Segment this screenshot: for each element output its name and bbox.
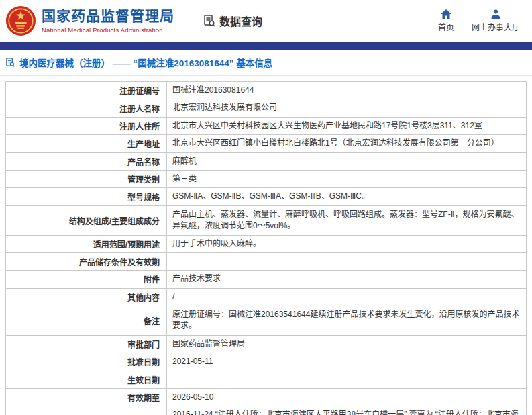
table-row: 有效期至2026-05-10 [6, 389, 527, 406]
table-row: 适用范围/预期用途用于手术中的吸入麻醉。 [6, 235, 527, 252]
table-row: 注册人住所北京市大兴区中关村科技园区大兴生物医药产业基地民和路17号院1号楼3层… [6, 117, 527, 134]
field-label: 产品储存条件及有效期 [6, 252, 167, 270]
field-value: GSM-ⅡA、GSM-ⅡB、GSM-ⅢA、GSM-ⅢB、GSM-ⅢC。 [167, 188, 527, 205]
field-label: 型号规格 [6, 188, 167, 205]
field-label: 附件 [6, 271, 167, 288]
field-value: 2016-11-24 “注册人住所：北京市海淀区太平路甲38号东白楼一层” 变更… [167, 406, 527, 415]
home-icon [441, 9, 451, 19]
info-table: 注册证编号国械注准20163081644注册人名称北京宏润达科技发展有限公司注册… [5, 81, 527, 415]
field-label: 适用范围/预期用途 [6, 235, 167, 252]
field-label: 注册证编号 [6, 82, 167, 99]
brand: 国家药品监督管理局 National Medical Products Admi… [5, 5, 174, 36]
field-value [167, 371, 527, 388]
field-label: 产品名称 [6, 152, 167, 170]
table-row: 其他内容/ [6, 288, 527, 306]
table-row: 批准日期2021-05-11 [6, 353, 527, 371]
field-value: 国械注准20163081644 [167, 82, 527, 99]
nav-service-hall-label: 网上办事大厅 [472, 21, 520, 32]
field-value: 产品由主机、蒸发器、流量计、麻醉呼吸机、呼吸回路组成。蒸发器：型号ZF-Ⅱ，规格… [167, 205, 527, 235]
nav-service-hall[interactable]: 网上办事大厅 [472, 9, 520, 32]
field-label: 管理类别 [6, 170, 167, 187]
document-search-icon [5, 57, 15, 68]
field-label: 其他内容 [6, 288, 167, 306]
field-value: 用于手术中的吸入麻醉。 [167, 235, 527, 252]
field-label: 变更情况 [6, 406, 167, 415]
field-label: 批准日期 [6, 353, 167, 371]
table-row: 变更情况2016-11-24 “注册人住所：北京市海淀区太平路甲38号东白楼一层… [6, 406, 527, 415]
agency-subtitle: National Medical Products Administration [42, 26, 174, 34]
field-label: 注册人名称 [6, 99, 167, 117]
table-row: 结构及组成/主要组成成分产品由主机、蒸发器、流量计、麻醉呼吸机、呼吸回路组成。蒸… [6, 205, 527, 235]
page-title: 境内医疗器械（注册） —— “国械注准20163081644” 基本信息 [19, 56, 272, 69]
top-nav: 首页 网上办事大厅 [438, 9, 523, 32]
field-label: 有效期至 [6, 389, 167, 406]
user-icon [491, 9, 500, 19]
table-row: 管理类别第三类 [6, 170, 527, 187]
field-value: 北京市大兴区中关村科技园区大兴生物医药产业基地民和路17号院1号楼3层311、3… [167, 117, 527, 134]
brand-text: 国家药品监督管理局 National Medical Products Admi… [42, 8, 174, 33]
table-row: 型号规格GSM-ⅡA、GSM-ⅡB、GSM-ⅢA、GSM-ⅢB、GSM-ⅢC。 [6, 188, 527, 205]
table-row: 审批部门国家药品监督管理局 [6, 335, 527, 353]
field-value: 2026-05-10 [167, 389, 527, 406]
field-label: 审批部门 [6, 335, 167, 353]
field-value: 北京宏润达科技发展有限公司 [167, 99, 527, 117]
field-label: 注册人住所 [6, 117, 167, 134]
table-wrap: 注册证编号国械注准20163081644注册人名称北京宏润达科技发展有限公司注册… [0, 76, 532, 415]
header-divider-bar [0, 42, 532, 50]
table-row: 生产地址北京市大兴区西红门镇小白楼村北白楼路北1号（北京宏润达科技发展有限公司第… [6, 135, 527, 152]
field-value: / [167, 288, 527, 306]
page-title-row: 境内医疗器械（注册） —— “国械注准20163081644” 基本信息 [0, 50, 532, 76]
table-row: 备注原注册证编号：国械注准20163541644延续注册产品技术要求未发生变化，… [6, 306, 527, 336]
field-value: 原注册证编号：国械注准20163541644延续注册产品技术要求未发生变化，沿用… [167, 306, 527, 336]
field-label: 生效日期 [6, 371, 167, 388]
table-row: 注册证编号国械注准20163081644 [6, 82, 527, 99]
table-row: 附件产品技术要求 [6, 271, 527, 288]
field-label: 备注 [6, 306, 167, 336]
field-value [167, 252, 527, 270]
field-label: 生产地址 [6, 135, 167, 152]
table-row: 生效日期 [6, 371, 527, 388]
table-row: 产品名称麻醉机 [6, 152, 527, 170]
data-query-icon [203, 14, 216, 28]
field-value: 麻醉机 [167, 152, 527, 170]
nmpa-logo [5, 5, 36, 36]
data-query-section: 数据查询 [203, 13, 262, 29]
nav-home-label: 首页 [438, 21, 454, 32]
nav-home[interactable]: 首页 [438, 9, 454, 32]
field-label: 结构及组成/主要组成成分 [6, 205, 167, 235]
field-value: 产品技术要求 [167, 271, 527, 288]
field-value: 北京市大兴区西红门镇小白楼村北白楼路北1号（北京宏润达科技发展有限公司第一分公司… [167, 135, 527, 152]
table-row: 注册人名称北京宏润达科技发展有限公司 [6, 99, 527, 117]
data-query-label: 数据查询 [219, 13, 262, 29]
info-table-body: 注册证编号国械注准20163081644注册人名称北京宏润达科技发展有限公司注册… [6, 82, 527, 415]
field-value: 2021-05-11 [167, 353, 527, 371]
site-header: 国家药品监督管理局 National Medical Products Admi… [0, 0, 532, 42]
main-content: 境内医疗器械（注册） —— “国械注准20163081644” 基本信息 注册证… [0, 50, 532, 415]
field-value: 国家药品监督管理局 [167, 335, 527, 353]
table-row: 产品储存条件及有效期 [6, 252, 527, 270]
field-value: 第三类 [167, 170, 527, 187]
agency-title: 国家药品监督管理局 [42, 8, 174, 24]
